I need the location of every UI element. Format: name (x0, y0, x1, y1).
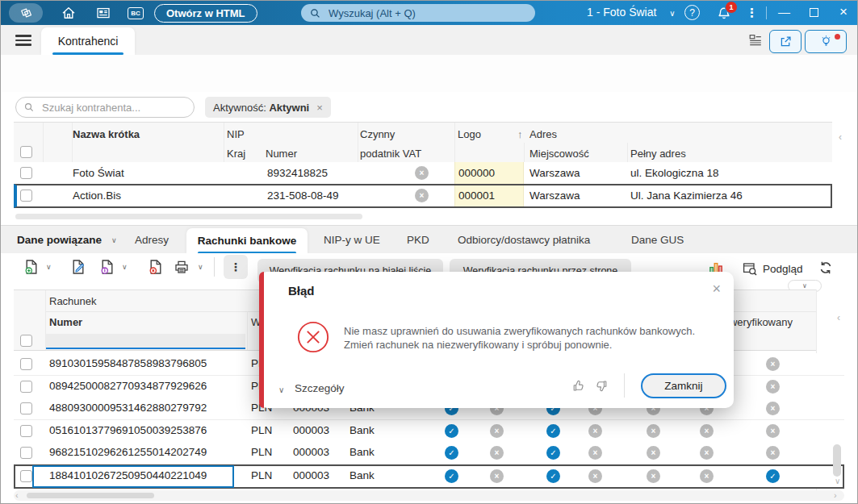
refresh-button[interactable] (818, 260, 834, 276)
scroll-right-icon[interactable]: › (834, 490, 837, 500)
col-header-logo[interactable]: Logo (458, 128, 481, 140)
row-checkbox[interactable] (20, 447, 32, 459)
col-header-country[interactable]: Kraj (227, 148, 245, 160)
close-window-button[interactable]: × (839, 5, 848, 19)
app-logo-button[interactable] (9, 3, 43, 23)
search-icon (309, 7, 321, 19)
table-row-selected[interactable]: Action.Bis 231-508-08-49 × 000001 Warsza… (14, 185, 832, 208)
details-chevron-icon[interactable]: ∨ (278, 385, 284, 394)
new-account-button[interactable] (23, 259, 40, 275)
col-header-full-address[interactable]: Pełny adres (630, 148, 686, 160)
related-data-selector[interactable]: Dane powiązane (17, 234, 102, 246)
delete-account-button[interactable] (148, 259, 164, 275)
select-all-checkbox[interactable] (20, 335, 32, 347)
table-row[interactable]: 05161013779691050039253876 PLN 000003 Ba… (14, 420, 844, 443)
chevron-down-icon[interactable]: ∨ (198, 263, 203, 271)
tab-dane-gus[interactable]: Dane GUS (631, 234, 684, 246)
share-button[interactable] (769, 30, 801, 53)
scroll-left-icon[interactable]: ‹ (15, 490, 19, 500)
preview-button[interactable] (742, 260, 758, 277)
global-search-input[interactable] (327, 6, 516, 20)
divider (766, 6, 767, 19)
row-checkbox[interactable] (20, 470, 32, 482)
select-all-checkbox[interactable] (20, 146, 32, 158)
minimize-icon: — (778, 5, 790, 19)
tab-rachunki-bankowe[interactable]: Rachunki bankowe (186, 228, 308, 254)
row-checkbox[interactable] (20, 190, 32, 202)
tab-adresy[interactable]: Adresy (135, 234, 169, 246)
chip-value: Aktywni (269, 102, 309, 114)
remove-filter-icon[interactable]: × (316, 102, 323, 114)
col-group-rachunek[interactable]: Rachunek (49, 295, 97, 307)
bc-button[interactable]: BC (128, 7, 144, 19)
help-button[interactable]: ? (684, 5, 700, 20)
col-header-vat-1[interactable]: Czynny (360, 128, 395, 140)
row-checkbox[interactable] (20, 425, 32, 437)
divider (72, 123, 73, 163)
minimize-button[interactable]: — (778, 6, 790, 18)
tab-kontrahenci-label: Kontrahenci (58, 35, 119, 48)
horizontal-scrollbar[interactable] (27, 493, 154, 498)
titlebar-menu-button[interactable]: ⋮ (746, 6, 758, 20)
col-header-city[interactable]: Miejscowość (529, 148, 589, 160)
main-menu-button[interactable] (15, 32, 31, 48)
open-html-button[interactable]: Otwórz w HTML (154, 4, 257, 23)
check-icon: ✓ (546, 424, 560, 438)
account-info-button[interactable] (99, 259, 115, 275)
whats-new-button[interactable] (805, 30, 847, 53)
numer-filter-cell[interactable] (45, 334, 245, 348)
contractor-search[interactable] (15, 97, 195, 118)
print-button[interactable] (174, 259, 190, 275)
dialog-close-icon[interactable]: × (712, 281, 721, 298)
chevron-down-icon[interactable]: ∨ (46, 263, 52, 271)
table-row[interactable]: 96821510296261255014202749 PLN 000003 Ba… (14, 442, 844, 464)
edit-account-button[interactable] (70, 259, 86, 275)
col-header-address[interactable]: Adres (529, 128, 557, 140)
home-button[interactable] (61, 5, 77, 21)
preview-label[interactable]: Podgląd (763, 263, 803, 275)
row-checkbox[interactable] (20, 358, 32, 370)
col-header-nip[interactable]: NIP (227, 128, 245, 140)
maximize-button[interactable] (810, 8, 818, 17)
row-checkbox[interactable] (20, 167, 32, 179)
company-selector[interactable]: 1 - Foto Świat ∨ (587, 6, 676, 19)
col-header-name[interactable]: Nazwa krótka (73, 128, 140, 140)
divider (45, 290, 46, 350)
row-checkbox[interactable] (20, 402, 32, 414)
tab-odbiorcy[interactable]: Odbiorcy/dostawcy płatnika (458, 234, 590, 246)
scroll-down-icon[interactable]: ∨ (835, 477, 840, 485)
col-header-numer[interactable]: Numer (49, 316, 82, 328)
chevron-down-icon[interactable]: ∨ (122, 263, 128, 271)
global-search[interactable] (301, 4, 535, 22)
x-icon: × (647, 424, 660, 438)
tab-nipy-ue[interactable]: NIP-y w UE (324, 234, 380, 246)
filter-chip-activity[interactable]: Aktywność: Aktywni × (205, 97, 331, 118)
tab-kontrahenci[interactable]: Kontrahenci (41, 27, 135, 55)
more-actions-button[interactable]: ⋮ (224, 255, 248, 279)
lightbulb-icon (819, 35, 833, 48)
filter-focus-underline (45, 348, 245, 349)
news-button[interactable] (95, 5, 111, 21)
x-icon: × (700, 424, 714, 438)
cell-city: Warszawa (529, 190, 580, 202)
table-row[interactable]: Foto Świat 8932418825 × 000000 Warszawa … (14, 162, 832, 185)
collapse-panel-icon[interactable]: ‹ (837, 312, 840, 323)
thumbs-up-icon[interactable] (571, 378, 587, 394)
close-dialog-button[interactable]: Zamknij (641, 373, 726, 398)
details-expander[interactable]: Szczegóły (295, 382, 345, 394)
thumbs-down-icon[interactable] (593, 378, 609, 394)
col-header-number[interactable]: Numer (266, 148, 297, 160)
x-icon: × (588, 424, 602, 438)
close-button-label: Zamknij (664, 380, 702, 392)
row-checkbox[interactable] (20, 381, 32, 393)
table-row-selected[interactable]: 18841010267250950440221049 PLN 000003 Ba… (14, 465, 844, 488)
tab-pkd[interactable]: PKD (407, 234, 429, 246)
col-header-vat-2[interactable]: podatnik VAT (360, 148, 421, 160)
chevron-down-icon[interactable]: ∨ (111, 236, 117, 244)
contractor-search-input[interactable] (40, 101, 185, 115)
horizontal-scrollbar[interactable] (15, 214, 362, 219)
cell-bank: Bank (349, 469, 375, 481)
vertical-scrollbar[interactable] (833, 444, 841, 477)
collapse-panel-icon[interactable]: ‹ (839, 131, 842, 143)
task-list-button[interactable] (747, 32, 764, 48)
